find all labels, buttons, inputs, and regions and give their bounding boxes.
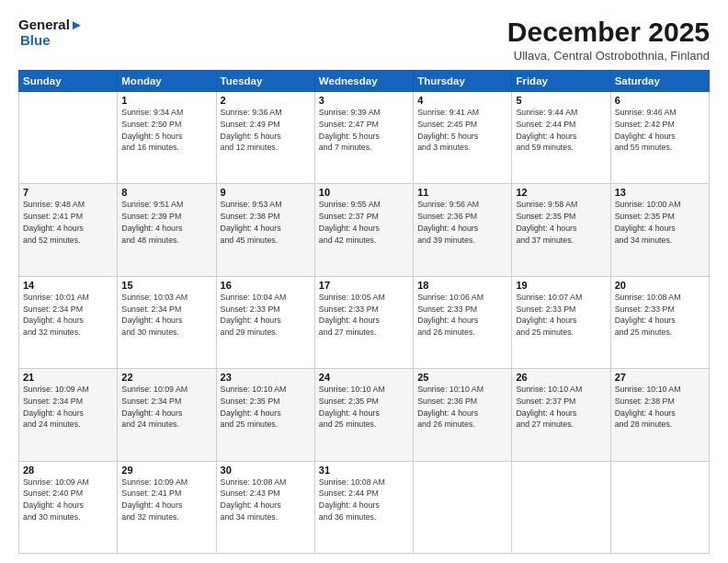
- calendar-week-row: 21Sunrise: 10:09 AMSunset: 2:34 PMDaylig…: [19, 369, 710, 461]
- day-info: Sunrise: 10:08 AMSunset: 2:43 PMDaylight…: [221, 477, 311, 523]
- day-info: Sunrise: 10:07 AMSunset: 2:33 PMDaylight…: [516, 292, 606, 339]
- calendar-cell: 2Sunrise: 9:36 AMSunset: 2:49 PMDaylight…: [216, 92, 314, 184]
- day-number: 25: [417, 372, 507, 383]
- day-number: 2: [221, 95, 311, 106]
- day-number: 23: [221, 372, 311, 383]
- day-info: Sunrise: 10:00 AMSunset: 2:35 PMDaylight…: [615, 199, 705, 246]
- calendar-cell: 14Sunrise: 10:01 AMSunset: 2:34 PMDaylig…: [19, 276, 118, 368]
- day-info: Sunrise: 10:10 AMSunset: 2:38 PMDaylight…: [615, 384, 705, 431]
- day-number: 19: [516, 280, 606, 291]
- page: General► Blue December 2025 Ullava, Cent…: [0, 0, 728, 563]
- calendar-table: Sunday Monday Tuesday Wednesday Thursday…: [18, 70, 710, 554]
- day-info: Sunrise: 10:09 AMSunset: 2:34 PMDaylight…: [121, 384, 211, 431]
- day-info: Sunrise: 10:06 AMSunset: 2:33 PMDaylight…: [417, 292, 507, 339]
- calendar-cell: 18Sunrise: 10:06 AMSunset: 2:33 PMDaylig…: [414, 276, 512, 368]
- calendar-cell: 30Sunrise: 10:08 AMSunset: 2:43 PMDaylig…: [216, 461, 314, 553]
- day-number: 16: [221, 280, 311, 291]
- day-info: Sunrise: 10:10 AMSunset: 2:36 PMDaylight…: [417, 384, 507, 431]
- subtitle: Ullava, Central Ostrobothnia, Finland: [507, 49, 710, 63]
- day-number: 31: [319, 465, 409, 476]
- day-info: Sunrise: 10:10 AMSunset: 2:35 PMDaylight…: [319, 384, 409, 431]
- day-number: 24: [319, 372, 409, 383]
- day-number: 28: [23, 465, 113, 476]
- calendar-cell: 23Sunrise: 10:10 AMSunset: 2:35 PMDaylig…: [216, 369, 314, 461]
- calendar-cell: 29Sunrise: 10:09 AMSunset: 2:41 PMDaylig…: [118, 461, 216, 553]
- calendar-cell: 5Sunrise: 9:44 AMSunset: 2:44 PMDaylight…: [512, 92, 610, 184]
- calendar-cell: 17Sunrise: 10:05 AMSunset: 2:33 PMDaylig…: [314, 276, 413, 368]
- day-info: Sunrise: 9:55 AMSunset: 2:37 PMDaylight:…: [319, 199, 409, 246]
- day-info: Sunrise: 10:10 AMSunset: 2:35 PMDaylight…: [221, 384, 311, 431]
- day-number: 21: [23, 372, 113, 383]
- day-number: 1: [121, 95, 211, 106]
- day-info: Sunrise: 9:46 AMSunset: 2:42 PMDaylight:…: [615, 107, 705, 154]
- day-info: Sunrise: 10:10 AMSunset: 2:37 PMDaylight…: [516, 384, 606, 431]
- title-block: December 2025 Ullava, Central Ostrobothn…: [507, 17, 710, 63]
- day-info: Sunrise: 10:09 AMSunset: 2:40 PMDaylight…: [23, 477, 113, 523]
- calendar-cell: 27Sunrise: 10:10 AMSunset: 2:38 PMDaylig…: [610, 369, 709, 461]
- calendar-cell: 10Sunrise: 9:55 AMSunset: 2:37 PMDayligh…: [314, 184, 413, 276]
- main-title: December 2025: [507, 17, 710, 47]
- header-tuesday: Tuesday: [216, 71, 314, 92]
- day-info: Sunrise: 10:01 AMSunset: 2:34 PMDaylight…: [23, 292, 113, 339]
- day-info: Sunrise: 10:04 AMSunset: 2:33 PMDaylight…: [221, 292, 311, 339]
- day-number: 8: [121, 187, 211, 198]
- header: General► Blue December 2025 Ullava, Cent…: [18, 17, 710, 63]
- calendar-cell: [19, 92, 118, 184]
- day-number: 18: [417, 280, 507, 291]
- calendar-cell: 26Sunrise: 10:10 AMSunset: 2:37 PMDaylig…: [512, 369, 610, 461]
- calendar-cell: 3Sunrise: 9:39 AMSunset: 2:47 PMDaylight…: [314, 92, 413, 184]
- calendar-cell: 9Sunrise: 9:53 AMSunset: 2:38 PMDaylight…: [216, 184, 314, 276]
- day-info: Sunrise: 9:48 AMSunset: 2:41 PMDaylight:…: [23, 199, 113, 246]
- day-number: 13: [615, 187, 705, 198]
- calendar-cell: 4Sunrise: 9:41 AMSunset: 2:45 PMDaylight…: [414, 92, 512, 184]
- day-number: 11: [417, 187, 507, 198]
- day-info: Sunrise: 9:39 AMSunset: 2:47 PMDaylight:…: [319, 107, 409, 154]
- calendar-cell: 13Sunrise: 10:00 AMSunset: 2:35 PMDaylig…: [610, 184, 709, 276]
- header-friday: Friday: [512, 71, 610, 92]
- day-number: 12: [516, 187, 606, 198]
- header-saturday: Saturday: [610, 71, 709, 92]
- day-number: 4: [417, 95, 507, 106]
- calendar-cell: 19Sunrise: 10:07 AMSunset: 2:33 PMDaylig…: [512, 276, 610, 368]
- logo-line1: General►: [18, 17, 84, 32]
- calendar-cell: 1Sunrise: 9:34 AMSunset: 2:50 PMDaylight…: [118, 92, 216, 184]
- day-info: Sunrise: 10:08 AMSunset: 2:33 PMDaylight…: [615, 292, 705, 339]
- calendar-cell: 22Sunrise: 10:09 AMSunset: 2:34 PMDaylig…: [118, 369, 216, 461]
- day-info: Sunrise: 9:36 AMSunset: 2:49 PMDaylight:…: [221, 107, 311, 154]
- day-number: 29: [121, 465, 211, 476]
- day-info: Sunrise: 9:58 AMSunset: 2:35 PMDaylight:…: [516, 199, 606, 246]
- header-sunday: Sunday: [19, 71, 118, 92]
- day-number: 26: [516, 372, 606, 383]
- day-info: Sunrise: 9:44 AMSunset: 2:44 PMDaylight:…: [516, 107, 606, 154]
- calendar-cell: [512, 461, 610, 553]
- calendar-cell: 24Sunrise: 10:10 AMSunset: 2:35 PMDaylig…: [314, 369, 413, 461]
- day-number: 30: [221, 465, 311, 476]
- calendar-week-row: 28Sunrise: 10:09 AMSunset: 2:40 PMDaylig…: [19, 461, 710, 553]
- day-number: 14: [23, 280, 113, 291]
- day-number: 27: [615, 372, 705, 383]
- day-info: Sunrise: 9:41 AMSunset: 2:45 PMDaylight:…: [417, 107, 507, 154]
- calendar-cell: [414, 461, 512, 553]
- day-number: 20: [615, 280, 705, 291]
- calendar-cell: [610, 461, 709, 553]
- day-info: Sunrise: 10:08 AMSunset: 2:44 PMDaylight…: [319, 477, 409, 523]
- day-number: 6: [615, 95, 705, 106]
- calendar-cell: 12Sunrise: 9:58 AMSunset: 2:35 PMDayligh…: [512, 184, 610, 276]
- calendar-week-row: 1Sunrise: 9:34 AMSunset: 2:50 PMDaylight…: [19, 92, 710, 184]
- calendar-week-row: 14Sunrise: 10:01 AMSunset: 2:34 PMDaylig…: [19, 276, 710, 368]
- logo: General► Blue: [18, 17, 84, 49]
- calendar-cell: 16Sunrise: 10:04 AMSunset: 2:33 PMDaylig…: [216, 276, 314, 368]
- calendar-cell: 28Sunrise: 10:09 AMSunset: 2:40 PMDaylig…: [19, 461, 118, 553]
- day-number: 17: [319, 280, 409, 291]
- day-info: Sunrise: 9:53 AMSunset: 2:38 PMDaylight:…: [221, 199, 311, 246]
- header-wednesday: Wednesday: [314, 71, 413, 92]
- calendar-cell: 7Sunrise: 9:48 AMSunset: 2:41 PMDaylight…: [19, 184, 118, 276]
- day-info: Sunrise: 10:09 AMSunset: 2:34 PMDaylight…: [23, 384, 113, 431]
- calendar-cell: 15Sunrise: 10:03 AMSunset: 2:34 PMDaylig…: [118, 276, 216, 368]
- day-info: Sunrise: 9:34 AMSunset: 2:50 PMDaylight:…: [121, 107, 211, 154]
- day-info: Sunrise: 10:03 AMSunset: 2:34 PMDaylight…: [121, 292, 211, 339]
- day-number: 5: [516, 95, 606, 106]
- calendar-cell: 6Sunrise: 9:46 AMSunset: 2:42 PMDaylight…: [610, 92, 709, 184]
- calendar-header-row: Sunday Monday Tuesday Wednesday Thursday…: [19, 71, 710, 92]
- day-number: 22: [121, 372, 211, 383]
